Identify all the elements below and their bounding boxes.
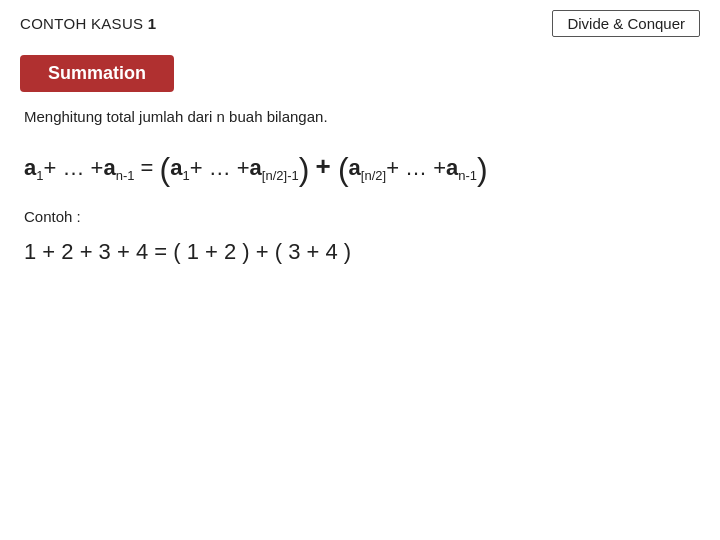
header: CONTOH KASUS 1 Divide & Conquer bbox=[0, 0, 720, 45]
description-text: Menghitung total jumlah dari n buah bila… bbox=[24, 108, 696, 125]
contoh-kasus-label: CONTOH KASUS bbox=[20, 15, 143, 32]
divide-conquer-label: Divide & Conquer bbox=[552, 10, 700, 37]
paren-close-2: ) bbox=[477, 151, 488, 187]
paren-open-2: ( bbox=[338, 151, 349, 187]
formula-plus: + bbox=[316, 151, 338, 181]
formula-equals: = bbox=[141, 155, 160, 180]
paren-close-1: ) bbox=[299, 151, 310, 187]
paren-open-1: ( bbox=[160, 151, 171, 187]
contoh-kasus-number: 1 bbox=[148, 15, 157, 32]
contoh-label: Contoh : bbox=[24, 208, 696, 225]
formula-block: a1+ … +an-1 = (a1+ … +a[n/2]-1) + (a[n/2… bbox=[24, 147, 696, 186]
formula-part2: a[n/2]+ … +an-1 bbox=[349, 155, 478, 180]
summation-badge: Summation bbox=[0, 45, 720, 108]
example-block: 1 + 2 + 3 + 4 = ( 1 + 2 ) + ( 3 + 4 ) bbox=[24, 239, 696, 265]
example-text: 1 + 2 + 3 + 4 = ( 1 + 2 ) + ( 3 + 4 ) bbox=[24, 239, 351, 264]
summation-badge-text: Summation bbox=[20, 55, 174, 92]
contoh-kasus-title: CONTOH KASUS 1 bbox=[20, 15, 156, 32]
formula-part1: a1+ … +a[n/2]-1 bbox=[170, 155, 299, 180]
formula-left: a1+ … +an-1 bbox=[24, 155, 141, 180]
